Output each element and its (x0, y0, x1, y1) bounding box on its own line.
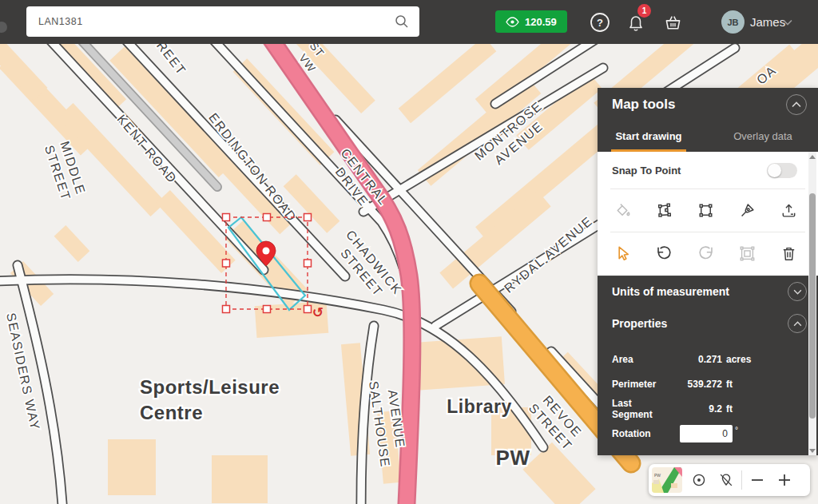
user-name[interactable]: James (750, 15, 785, 29)
place-label-pw: PW (496, 446, 530, 470)
property-row-rotation: Rotation ° (598, 421, 818, 446)
tab-start-drawing[interactable]: Start drawing (611, 130, 686, 152)
selection-handle-sw[interactable] (223, 306, 230, 313)
properties-section-header[interactable]: Properties (598, 307, 818, 340)
snap-to-point-label: Snap To Point (612, 165, 681, 177)
edit-tools-row (598, 232, 818, 275)
user-menu-chevron-icon[interactable] (783, 19, 792, 26)
eye-icon (506, 17, 519, 27)
credits-value: 120.59 (525, 16, 557, 28)
fill-tool-button[interactable] (609, 197, 636, 224)
controls-divider (741, 470, 742, 490)
svg-text:?: ? (597, 17, 603, 29)
draw-polygon-button[interactable] (650, 197, 677, 224)
delete-shape-button[interactable] (775, 240, 802, 268)
rotation-input[interactable] (680, 425, 733, 442)
draw-tools-row (598, 189, 818, 232)
tab-overlay-data[interactable]: Overlay data (719, 130, 807, 152)
trash-icon (780, 244, 798, 263)
units-title: Units of measurement (612, 285, 729, 298)
svg-text:PW: PW (654, 473, 661, 478)
upload-shape-button[interactable] (775, 197, 802, 224)
draw-rectangle-button[interactable] (692, 197, 719, 224)
scrollbar-thumb[interactable] (809, 193, 816, 419)
zoom-out-button[interactable] (744, 466, 771, 494)
undo-button[interactable] (650, 240, 677, 268)
zoom-in-button[interactable] (771, 466, 798, 494)
properties-title: Properties (612, 317, 667, 330)
drawing-tools-section: Snap To Point (598, 152, 818, 276)
map-controls-bar: PW (649, 464, 810, 496)
rotation-label: Rotation (612, 428, 680, 439)
polygon-draw-icon (655, 201, 673, 220)
properties-collapse-button[interactable] (788, 314, 807, 333)
property-row-last-segment: Last Segment 9.2 ft (598, 396, 818, 421)
plus-icon (776, 472, 792, 488)
pen-icon (738, 201, 756, 220)
avatar[interactable]: JB (721, 10, 745, 34)
scrollbar-down-arrow[interactable] (808, 446, 816, 455)
place-label-sports-1: Sports/Leisure (140, 376, 280, 398)
units-expand-button[interactable] (788, 282, 807, 301)
notification-count-badge: 1 (637, 4, 651, 18)
frame-select-icon (738, 244, 756, 263)
panel-collapse-button[interactable] (786, 94, 807, 115)
panel-scrollbar[interactable] (808, 152, 816, 455)
rotate-handle-icon[interactable]: ↺ (312, 304, 324, 320)
rectangle-draw-icon (697, 201, 715, 220)
snap-to-point-toggle[interactable] (767, 163, 797, 178)
selection-handle-n[interactable] (264, 214, 271, 221)
search-input[interactable] (26, 6, 419, 37)
redo-button[interactable] (692, 240, 719, 268)
pin-off-icon (717, 471, 735, 489)
minus-icon (749, 472, 765, 488)
chevron-up-icon (792, 101, 801, 108)
basket-icon (663, 13, 683, 33)
selection-handle-ne[interactable] (304, 214, 312, 221)
search-icon[interactable] (394, 14, 410, 30)
place-label-library: Library (447, 396, 511, 417)
upload-icon (780, 201, 798, 220)
selection-handle-w[interactable] (223, 260, 230, 267)
logo-fragment (0, 22, 7, 33)
units-section-header[interactable]: Units of measurement (598, 276, 818, 307)
help-icon: ? (590, 12, 610, 33)
toggle-knob (768, 164, 781, 177)
credits-badge[interactable]: 120.59 (495, 10, 567, 33)
basket-button[interactable] (661, 11, 684, 34)
place-label-sports-2: Centre (140, 402, 203, 423)
cursor-icon (614, 244, 632, 263)
help-button[interactable]: ? (589, 11, 611, 34)
select-tool-button[interactable] (609, 240, 636, 268)
undo-icon (655, 244, 673, 263)
panel-header: Map tools Start drawing Overlay data (598, 88, 818, 152)
redo-icon (697, 244, 715, 263)
properties-section: Properties Area 0.271 acres Perimeter 53… (598, 307, 818, 455)
selection-handle-se[interactable] (304, 306, 312, 313)
property-row-perimeter: Perimeter 539.272 ft (598, 371, 818, 396)
locate-button[interactable] (685, 466, 713, 494)
selection-handle-s[interactable] (264, 306, 271, 313)
rotation-degree-symbol: ° (735, 426, 738, 435)
merge-shapes-button[interactable] (733, 240, 760, 268)
draw-freehand-button[interactable] (733, 197, 760, 224)
top-bar: 120.59 ? 1 JB James (0, 0, 818, 44)
chevron-down-icon (793, 289, 802, 295)
paint-bucket-icon (614, 201, 632, 220)
map-tools-panel: Map tools Start drawing Overlay data Sna… (598, 88, 818, 455)
selection-handle-nw[interactable] (223, 214, 230, 221)
target-icon (690, 471, 708, 489)
scrollbar-up-arrow[interactable] (808, 152, 816, 161)
basemap-switcher-thumbnail[interactable]: PW (652, 467, 682, 493)
property-row-area: Area 0.271 acres (598, 347, 818, 371)
selection-handle-e[interactable] (304, 260, 312, 267)
toggle-pin-button[interactable] (713, 466, 740, 494)
chevron-up-icon (793, 321, 802, 327)
search-box (26, 6, 419, 37)
panel-title: Map tools (612, 97, 675, 113)
